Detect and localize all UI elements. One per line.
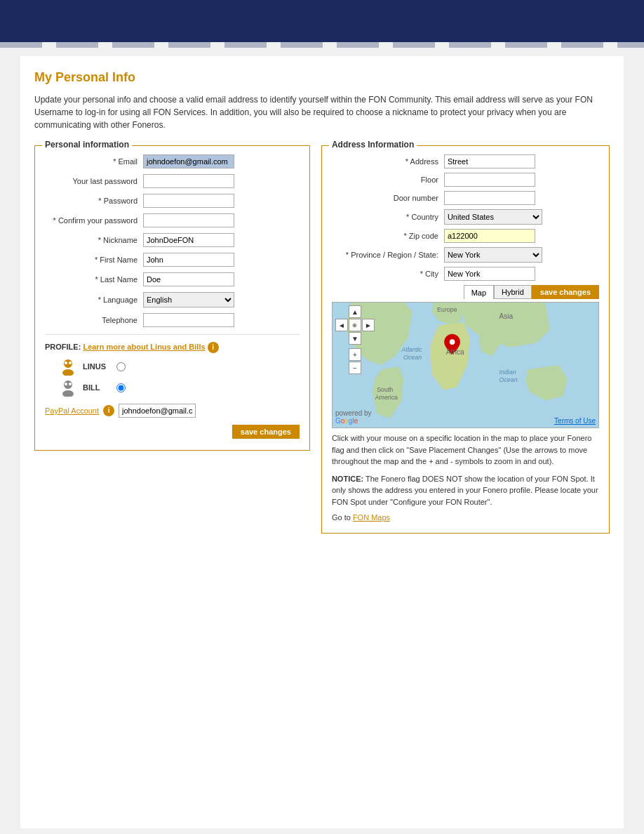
notice-text: The Fonero flag DOES NOT show the locati… <box>332 475 598 506</box>
map-left-button[interactable]: ◄ <box>335 319 348 331</box>
telephone-label: Telephone <box>45 316 143 324</box>
profile-info-icon[interactable]: i <box>208 342 219 353</box>
personal-info-title: Personal information <box>42 140 132 150</box>
map-center-button[interactable]: ⊕ <box>349 319 361 331</box>
province-label: * Province / Region / State: <box>332 251 444 259</box>
zoom-out-button[interactable]: − <box>349 362 361 374</box>
city-label: * City <box>332 270 444 278</box>
bill-radio[interactable] <box>116 383 126 392</box>
svg-text:Ocean: Ocean <box>403 354 422 361</box>
language-select[interactable]: English Spanish French German Italian <box>143 292 234 307</box>
door-input[interactable] <box>444 191 535 205</box>
terms-of-use-link[interactable]: Terms of Use <box>554 417 596 425</box>
profile-link[interactable]: Learn more about Linus and Bills <box>83 343 205 351</box>
svg-text:Ocean: Ocean <box>499 376 517 383</box>
paypal-section: PayPal Account i <box>45 404 300 418</box>
floor-row: Floor <box>332 173 599 187</box>
linus-option-row: LINUS <box>59 357 300 376</box>
personal-save-row: save changes <box>45 425 300 439</box>
svg-point-3 <box>69 362 72 364</box>
google-logo: powered by Google <box>335 409 372 425</box>
language-row: * Language English Spanish French German… <box>45 292 300 307</box>
last-password-input[interactable] <box>143 174 234 188</box>
email-row: * Email <box>45 154 300 168</box>
svg-point-2 <box>65 362 67 364</box>
language-label: * Language <box>45 296 143 304</box>
first-name-input[interactable] <box>143 253 234 267</box>
linus-radio[interactable] <box>116 362 126 371</box>
nickname-input[interactable] <box>143 233 234 247</box>
address-input[interactable] <box>444 154 535 168</box>
zip-input[interactable] <box>444 229 535 243</box>
profile-section: PROFILE: Learn more about Linus and Bill… <box>45 334 300 397</box>
two-col-layout: Personal information * Email Your last p… <box>34 145 610 534</box>
country-label: * Country <box>332 213 444 221</box>
email-input[interactable] <box>143 154 234 168</box>
address-save-button[interactable]: save changes <box>532 285 599 299</box>
first-name-label: * First Name <box>45 256 143 264</box>
paypal-input[interactable] <box>119 404 196 418</box>
confirm-password-label: * Confirm your password <box>45 216 143 225</box>
map-tabs: Map Hybrid <box>332 285 532 299</box>
intro-text: Update your personal info and choose a v… <box>34 93 610 131</box>
paypal-link[interactable]: PayPal Account <box>45 406 99 415</box>
password-input[interactable] <box>143 194 234 208</box>
map-tab-map[interactable]: Map <box>464 285 494 299</box>
zoom-buttons: + − <box>349 348 361 374</box>
bill-avatar-icon <box>59 378 77 397</box>
map-instruction-text: Click with your mouse on a specific loca… <box>332 432 599 468</box>
map-tab-hybrid[interactable]: Hybrid <box>494 285 532 299</box>
address-label: * Address <box>332 157 444 166</box>
fon-maps-link[interactable]: FON Maps <box>353 513 390 522</box>
door-label: Door number <box>332 194 444 202</box>
last-password-label: Your last password <box>45 177 143 185</box>
bill-option-row: BILL <box>59 378 300 397</box>
province-row: * Province / Region / State: New York Ca… <box>332 247 599 263</box>
last-name-row: * Last Name <box>45 272 300 286</box>
svg-text:Atlantic: Atlantic <box>401 346 422 353</box>
zip-row: * Zip code <box>332 229 599 243</box>
floor-input[interactable] <box>444 173 535 187</box>
fon-maps-label: Go to <box>332 513 351 522</box>
top-bar <box>0 0 644 42</box>
svg-text:South: South <box>377 386 393 393</box>
address-info-panel: Address Information * Address Floor Door… <box>321 145 610 534</box>
linus-avatar-icon <box>59 357 77 376</box>
floor-label: Floor <box>332 176 444 184</box>
last-name-label: * Last Name <box>45 275 143 284</box>
notice-title: NOTICE: <box>332 475 363 483</box>
bill-label: BILL <box>83 383 111 392</box>
svg-point-17 <box>450 339 455 345</box>
profile-label: PROFILE: Learn more about Linus and Bill… <box>45 342 300 353</box>
city-input[interactable] <box>444 267 535 281</box>
personal-info-panel: Personal information * Email Your last p… <box>34 145 310 451</box>
personal-save-button[interactable]: save changes <box>232 425 300 439</box>
last-name-input[interactable] <box>143 272 234 286</box>
map-container[interactable]: Atlantic Ocean Africa South America Indi… <box>332 302 599 428</box>
svg-text:America: America <box>375 394 398 401</box>
svg-text:Indian: Indian <box>499 369 516 376</box>
country-select[interactable]: United States United Kingdom Spain Franc… <box>444 209 542 225</box>
map-up-button[interactable]: ▲ <box>349 305 361 318</box>
svg-point-5 <box>62 390 74 397</box>
telephone-input[interactable] <box>143 313 234 327</box>
province-select[interactable]: New York California Texas Florida <box>444 247 542 263</box>
country-row: * Country United States United Kingdom S… <box>332 209 599 225</box>
address-info-title: Address Information <box>329 140 417 150</box>
page-title: My Personal Info <box>34 70 610 85</box>
map-down-button[interactable]: ▼ <box>349 332 361 345</box>
svg-point-6 <box>65 383 67 385</box>
linus-label: LINUS <box>83 362 111 371</box>
svg-point-1 <box>62 369 74 376</box>
profile-options: LINUS BILL <box>45 357 300 397</box>
map-right-button[interactable]: ► <box>362 319 375 331</box>
door-row: Door number <box>332 191 599 205</box>
paypal-info-icon[interactable]: i <box>103 405 114 416</box>
map-notice: NOTICE: The Fonero flag DOES NOT show th… <box>332 473 599 508</box>
password-row: * Password <box>45 194 300 208</box>
page-content: My Personal Info Update your personal in… <box>20 56 624 828</box>
nickname-label: * Nickname <box>45 236 143 244</box>
confirm-password-row: * Confirm your password <box>45 213 300 227</box>
zoom-in-button[interactable]: + <box>349 348 361 361</box>
confirm-password-input[interactable] <box>143 213 234 227</box>
